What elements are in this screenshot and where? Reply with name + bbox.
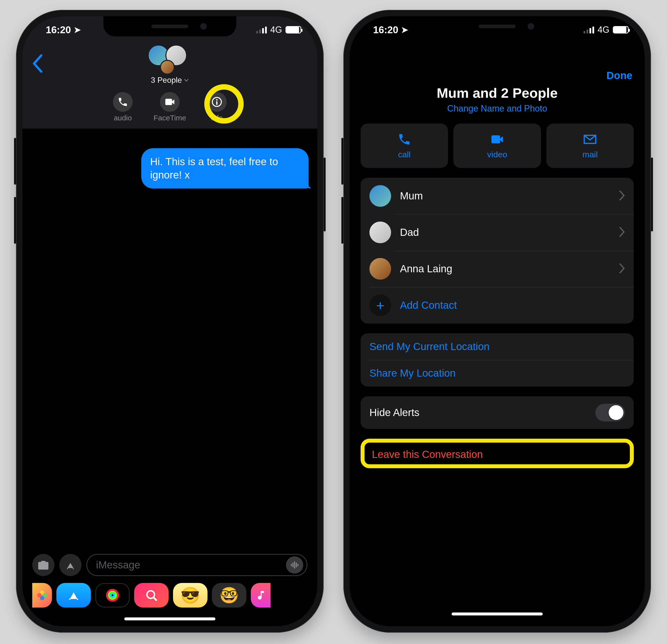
back-button[interactable] [32, 54, 43, 74]
phone-left: 16:20 ➤ 4G 3 People [16, 10, 324, 633]
video-button[interactable]: video [453, 124, 541, 168]
member-row-dad[interactable]: Dad [361, 214, 634, 251]
avatar [160, 60, 175, 75]
send-location-button[interactable]: Send My Current Location [361, 333, 634, 360]
avatar [370, 258, 391, 280]
cell-signal-icon [256, 26, 267, 33]
screen-details: 16:20 ➤ 4G Done Mum and 2 People Change … [350, 16, 645, 626]
facetime-button[interactable]: FaceTime [153, 92, 186, 122]
svg-rect-6 [296, 563, 297, 567]
waveform-icon [290, 560, 299, 570]
chevron-down-icon [184, 78, 189, 83]
app-memoji-2[interactable]: 🤓 [212, 583, 246, 608]
status-time: 16:20 [46, 25, 71, 35]
video-icon [164, 97, 175, 107]
svg-point-14 [111, 594, 114, 597]
appstore-a-icon [66, 588, 81, 602]
svg-rect-3 [291, 564, 292, 566]
hide-alerts-row: Hide Alerts [361, 396, 634, 429]
dictation-button[interactable] [286, 557, 303, 574]
phone-icon [396, 132, 412, 146]
message-text: Hi. This is a test, feel free to ignore!… [150, 156, 278, 181]
highlight-circle [204, 84, 244, 124]
video-icon [489, 132, 505, 146]
app-fitness[interactable] [95, 583, 130, 608]
members-card: Mum Dad Anna Laing + Add Contact [361, 178, 634, 323]
svg-line-16 [153, 597, 156, 600]
audio-button[interactable]: audio [113, 92, 133, 122]
camera-button[interactable] [32, 554, 54, 576]
appstore-icon [64, 559, 77, 571]
share-location-button[interactable]: Share My Location [361, 360, 634, 386]
svg-rect-4 [293, 563, 293, 567]
photos-icon [36, 589, 48, 601]
cell-signal-icon [584, 26, 594, 33]
phone-right: 16:20 ➤ 4G Done Mum and 2 People Change … [343, 10, 651, 633]
sent-message-bubble[interactable]: Hi. This is a test, feel free to ignore!… [141, 148, 309, 189]
leave-conversation-button[interactable]: Leave this Conversation [372, 449, 483, 460]
call-button[interactable]: call [361, 124, 448, 168]
app-music[interactable] [251, 583, 271, 608]
app-memoji-1[interactable]: 😎 [173, 583, 208, 608]
app-find[interactable] [134, 583, 168, 608]
done-button[interactable]: Done [606, 70, 632, 81]
battery-icon [286, 26, 301, 33]
screen-messages: 16:20 ➤ 4G 3 People [22, 16, 317, 626]
hide-alerts-toggle[interactable] [596, 404, 625, 421]
chevron-right-icon [619, 191, 625, 202]
details-sheet[interactable]: Done Mum and 2 People Change Name and Ph… [350, 59, 645, 626]
mail-button[interactable]: mail [547, 124, 634, 168]
location-services-icon: ➤ [401, 25, 408, 35]
appstore-button[interactable] [59, 554, 81, 576]
change-name-button[interactable]: Change Name and Photo [350, 103, 645, 114]
chevron-right-icon [619, 263, 625, 274]
group-name: Mum and 2 People [350, 85, 645, 101]
network-label: 4G [270, 25, 282, 35]
message-input[interactable]: iMessage [86, 554, 307, 576]
svg-rect-7 [297, 564, 298, 566]
home-indicator[interactable] [124, 617, 215, 621]
svg-point-11 [37, 593, 42, 597]
group-avatars[interactable] [148, 45, 192, 74]
alerts-card: Hide Alerts [361, 396, 634, 429]
chevron-right-icon [619, 227, 625, 238]
home-indicator[interactable] [452, 612, 543, 615]
camera-icon [37, 559, 49, 571]
group-title[interactable]: 3 People [151, 76, 189, 85]
app-photos[interactable] [32, 583, 52, 608]
phone-icon [117, 97, 128, 107]
avatar [370, 185, 391, 207]
message-placeholder: iMessage [96, 559, 140, 571]
status-time: 16:20 [373, 25, 398, 35]
activity-rings-icon [105, 588, 120, 602]
member-row-mum[interactable]: Mum [361, 178, 634, 214]
globe-search-icon [145, 589, 158, 602]
plus-icon: + [370, 294, 391, 316]
mail-icon [582, 132, 598, 146]
location-card: Send My Current Location Share My Locati… [361, 333, 634, 386]
location-services-icon: ➤ [74, 25, 81, 35]
avatar [370, 222, 391, 243]
conversation-body[interactable]: Hi. This is a test, feel free to ignore!… [22, 139, 317, 528]
battery-icon [613, 26, 629, 33]
input-dock: iMessage 😎 [22, 550, 317, 626]
member-row-anna[interactable]: Anna Laing [361, 251, 634, 287]
app-appstore[interactable] [56, 583, 91, 608]
app-strip[interactable]: 😎 🤓 [22, 581, 317, 615]
music-note-icon [255, 590, 266, 601]
add-contact-row[interactable]: + Add Contact [361, 287, 634, 323]
network-label: 4G [598, 25, 609, 35]
svg-rect-5 [294, 561, 295, 569]
